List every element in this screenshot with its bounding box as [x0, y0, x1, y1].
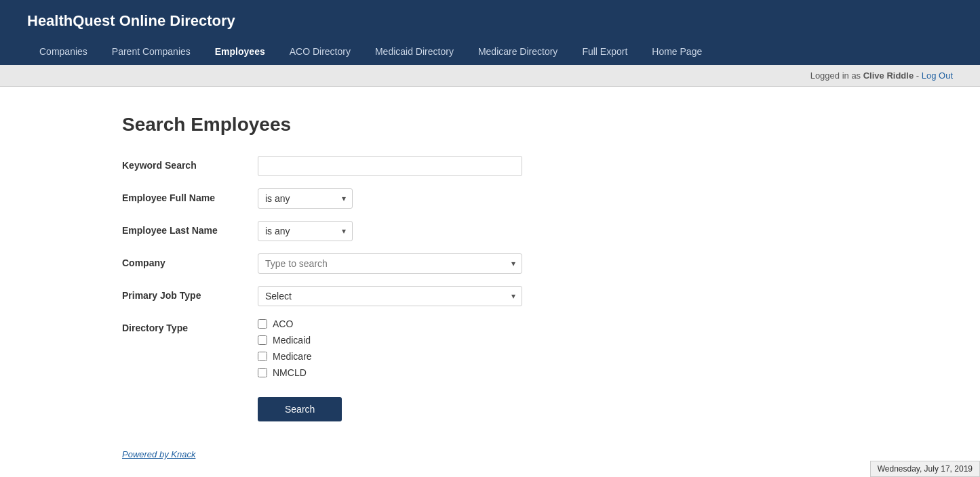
search-button-group: Search — [122, 390, 858, 421]
nav-full-export[interactable]: Full Export — [570, 38, 640, 65]
separator: - — [916, 70, 922, 81]
main-content: Search Employees Keyword Search Employee… — [0, 87, 980, 477]
logged-in-text: Logged in as — [810, 70, 863, 81]
search-button[interactable]: Search — [258, 397, 342, 421]
directory-aco-checkbox[interactable] — [258, 319, 267, 329]
directory-nmcld-label[interactable]: NMCLD — [273, 367, 307, 378]
directory-type-label: Directory Type — [122, 318, 258, 333]
company-label: Company — [122, 253, 258, 268]
directory-medicare-item: Medicare — [258, 351, 312, 362]
user-name: Clive Riddle — [863, 70, 914, 81]
page-title: Search Employees — [122, 114, 858, 136]
employee-full-name-label: Employee Full Name — [122, 188, 258, 203]
company-search-wrapper — [258, 253, 522, 274]
primary-job-type-label: Primary Job Type — [122, 286, 258, 301]
keyword-search-group: Keyword Search — [122, 156, 858, 176]
powered-by-link[interactable]: Powered by Knack — [122, 449, 195, 459]
search-button-spacer — [122, 390, 258, 394]
employee-last-name-wrapper: is any is is not contains starts with — [258, 221, 353, 241]
directory-aco-item: ACO — [258, 318, 312, 329]
keyword-search-input[interactable] — [258, 156, 522, 176]
header: HealthQuest Online Directory Companies P… — [0, 0, 980, 65]
subheader: Logged in as Clive Riddle - Log Out — [0, 65, 980, 87]
nav-medicare-directory[interactable]: Medicare Directory — [466, 38, 570, 65]
primary-job-type-select[interactable]: Select — [258, 286, 522, 306]
directory-type-checkboxes: ACO Medicaid Medicare NMCLD — [258, 318, 312, 378]
directory-type-group: Directory Type ACO Medicaid Medicare NMC… — [122, 318, 858, 378]
navigation: Companies Parent Companies Employees ACO… — [27, 38, 953, 65]
logout-link[interactable]: Log Out — [922, 70, 953, 81]
company-group: Company — [122, 253, 858, 274]
directory-nmcld-item: NMCLD — [258, 367, 312, 378]
primary-job-type-wrapper: Select — [258, 286, 522, 306]
primary-job-type-group: Primary Job Type Select — [122, 286, 858, 306]
nav-aco-directory[interactable]: ACO Directory — [277, 38, 363, 65]
directory-medicaid-item: Medicaid — [258, 335, 312, 346]
employee-full-name-wrapper: is any is is not contains starts with — [258, 188, 353, 209]
keyword-search-label: Keyword Search — [122, 156, 258, 171]
directory-aco-label[interactable]: ACO — [273, 318, 293, 329]
employee-full-name-group: Employee Full Name is any is is not cont… — [122, 188, 858, 209]
nav-home-page[interactable]: Home Page — [640, 38, 714, 65]
nav-medicaid-directory[interactable]: Medicaid Directory — [363, 38, 466, 65]
directory-medicaid-checkbox[interactable] — [258, 335, 267, 345]
company-search-input[interactable] — [258, 253, 522, 274]
employee-full-name-select[interactable]: is any is is not contains starts with — [258, 188, 353, 209]
directory-medicare-label[interactable]: Medicare — [273, 351, 312, 362]
directory-medicaid-label[interactable]: Medicaid — [273, 335, 311, 346]
directory-medicare-checkbox[interactable] — [258, 352, 267, 361]
employee-last-name-group: Employee Last Name is any is is not cont… — [122, 221, 858, 241]
footer-timestamp: Wednesday, July 17, 2019 — [870, 461, 980, 477]
powered-by: Powered by Knack — [122, 449, 858, 459]
site-title: HealthQuest Online Directory — [27, 0, 953, 38]
nav-parent-companies[interactable]: Parent Companies — [100, 38, 203, 65]
nav-employees[interactable]: Employees — [203, 38, 277, 65]
employee-last-name-label: Employee Last Name — [122, 221, 258, 236]
employee-last-name-select[interactable]: is any is is not contains starts with — [258, 221, 353, 241]
directory-nmcld-checkbox[interactable] — [258, 368, 267, 377]
nav-companies[interactable]: Companies — [27, 38, 100, 65]
